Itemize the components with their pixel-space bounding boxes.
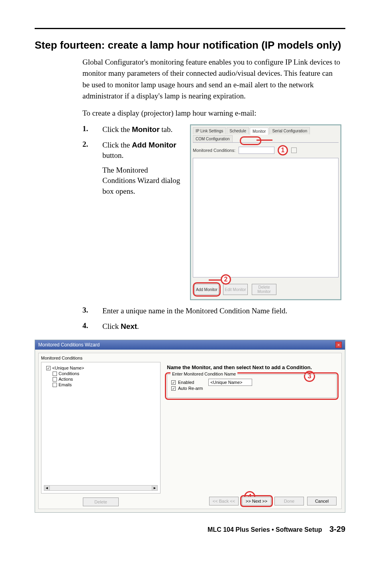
- checkbox-icon[interactable]: [46, 366, 51, 370]
- tab-com-configuration[interactable]: COM Configuration: [193, 135, 233, 142]
- enabled-checkbox[interactable]: [171, 380, 176, 385]
- tree-conditions[interactable]: Conditions: [46, 371, 158, 376]
- scroll-right-icon[interactable]: ►: [152, 486, 157, 490]
- step-2-number: 2.: [82, 140, 102, 197]
- add-monitor-label: Add Monitor: [132, 141, 176, 149]
- tree-horizontal-scrollbar[interactable]: ◄ ►: [44, 485, 158, 491]
- tab-monitor[interactable]: Monitor: [250, 128, 268, 135]
- step-3-number: 3.: [82, 306, 102, 317]
- step-1-text: Click the Monitor tab.: [102, 124, 183, 135]
- close-icon[interactable]: ×: [335, 342, 342, 348]
- monitor-settings-window: IP Link Settings Schedule Monitor Serial…: [190, 124, 341, 300]
- edit-monitor-button[interactable]: Edit Monitor: [223, 284, 248, 295]
- next-label: Next: [121, 322, 137, 330]
- monitored-conditions-wizard: Monitored Conditions Wizard × Monitored …: [35, 340, 345, 513]
- callout-3-box: [165, 372, 339, 400]
- auto-rearm-checkbox[interactable]: [171, 386, 176, 391]
- step-3-text: Enter a unique name in the Monitored Con…: [102, 306, 345, 317]
- wizard-tree[interactable]: <Unique Name> Conditions Actions Emails …: [41, 362, 161, 494]
- delete-monitor-button[interactable]: Delete Monitor: [252, 284, 276, 295]
- callout-4-box: [240, 495, 273, 507]
- page-number: 3-29: [329, 525, 345, 533]
- wizard-section-label: Monitored Conditions: [41, 356, 339, 360]
- fieldset-legend: Enter Monitored Condition Name: [170, 372, 237, 376]
- intro-paragraph-1: Global Configurator's monitoring feature…: [35, 57, 345, 102]
- back-button[interactable]: << Back <<: [209, 497, 239, 505]
- step-1-number: 1.: [82, 124, 102, 135]
- done-button[interactable]: Done: [274, 497, 304, 505]
- monitored-conditions-dropdown[interactable]: [239, 147, 274, 154]
- checkbox-icon[interactable]: [53, 377, 57, 382]
- scroll-left-icon[interactable]: ◄: [44, 486, 50, 490]
- step-2-text: Click the Add Monitor button. The Monito…: [102, 140, 183, 197]
- footer-text: MLC 104 Plus Series • Software Setup: [208, 526, 322, 533]
- monitored-conditions-label: Monitored Conditions:: [193, 148, 235, 153]
- monitor-label: Monitor: [132, 125, 160, 134]
- tab-serial-configuration[interactable]: Serial Configuration: [269, 127, 310, 134]
- wizard-instruction: Name the Monitor, and then select Next t…: [167, 364, 337, 370]
- delete-button[interactable]: Delete: [83, 498, 119, 506]
- intro-paragraph-2: To create a display (projector) lamp hou…: [35, 108, 345, 119]
- tab-ip-link-settings[interactable]: IP Link Settings: [193, 127, 226, 134]
- tab-schedule[interactable]: Schedule: [227, 127, 249, 134]
- step-4-number: 4.: [82, 321, 102, 332]
- monitored-conditions-list[interactable]: [193, 158, 339, 277]
- callout-2-box: [193, 282, 221, 297]
- refresh-icon[interactable]: [291, 147, 297, 153]
- checkbox-icon[interactable]: [53, 383, 57, 387]
- step-2-followup: The Monitored Conditions Wizard dialog b…: [102, 165, 183, 197]
- step-4-text: Click Next.: [102, 321, 345, 332]
- cancel-button[interactable]: Cancel: [307, 497, 337, 505]
- callout-1: 1: [278, 145, 288, 155]
- tree-actions[interactable]: Actions: [46, 377, 158, 382]
- callout-1-box: [240, 136, 261, 145]
- tree-root[interactable]: <Unique Name>: [46, 366, 158, 370]
- tree-emails[interactable]: Emails: [46, 382, 158, 387]
- callout-2: 2: [221, 274, 231, 285]
- top-rule: [35, 28, 345, 29]
- wizard-title: Monitored Conditions Wizard: [38, 342, 100, 348]
- checkbox-icon[interactable]: [53, 372, 57, 376]
- section-heading: Step fourteen: create a lamp hour notifi…: [35, 39, 345, 52]
